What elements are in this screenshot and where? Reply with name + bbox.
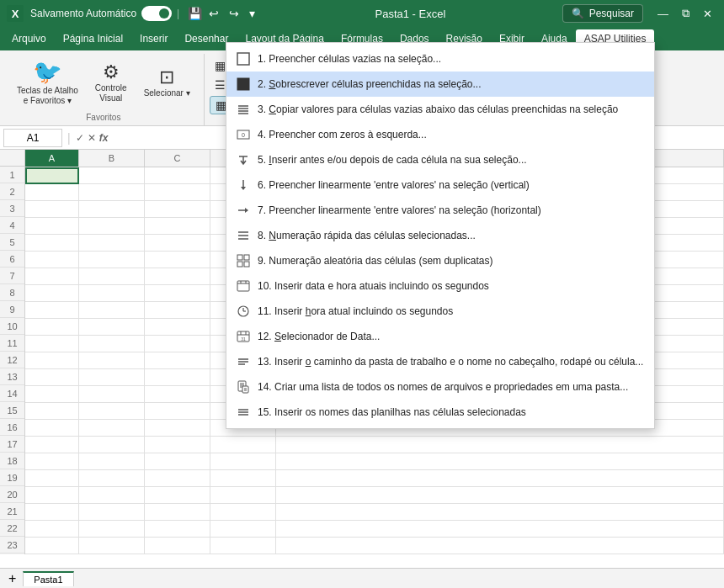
cell-c17[interactable] <box>145 437 210 453</box>
cell-b14[interactable] <box>79 386 145 403</box>
cell-b23[interactable] <box>79 538 145 554</box>
cell-a22[interactable] <box>25 521 79 538</box>
cell-c19[interactable] <box>145 470 210 487</box>
cell-c16[interactable] <box>145 420 210 437</box>
cell-a3[interactable] <box>25 201 79 218</box>
dropdown-item-1[interactable]: 1. Preencher células vazias na seleção..… <box>226 46 654 72</box>
dropdown-item-13[interactable]: 13. Inserir o caminho da pasta de trabal… <box>226 349 654 374</box>
cell-c13[interactable] <box>145 369 210 386</box>
cell-d17[interactable] <box>210 437 276 453</box>
dropdown-item-6[interactable]: 6. Preencher linearmente 'entre valores'… <box>226 172 654 198</box>
cell-rest-19[interactable] <box>276 470 724 487</box>
cell-c10[interactable] <box>145 319 210 336</box>
dropdown-item-10[interactable]: 10. Inserir data e hora atuais incluindo… <box>226 273 654 299</box>
cell-b2[interactable] <box>79 184 145 201</box>
dropdown-item-11[interactable]: 11. Inserir hora atual incluindo os segu… <box>226 299 654 324</box>
cell-c11[interactable] <box>145 336 210 352</box>
cell-rest-23[interactable] <box>276 538 724 554</box>
cell-a6[interactable] <box>25 252 79 268</box>
cell-c14[interactable] <box>145 386 210 403</box>
formula-check-icon[interactable]: ✓ <box>76 132 84 144</box>
menu-pagina-inicial[interactable]: Página Inicial <box>55 29 131 48</box>
dropdown-item-4[interactable]: 0 4. Preencher com zeros à esquerda... <box>226 122 654 147</box>
cell-b8[interactable] <box>79 285 145 302</box>
save-button[interactable]: 💾 <box>184 5 205 22</box>
dropdown-item-14[interactable]: 14. Criar uma lista de todos os nomes de… <box>226 374 654 400</box>
cell-c6[interactable] <box>145 252 210 268</box>
menu-inserir[interactable]: Inserir <box>131 29 176 48</box>
cell-c9[interactable] <box>145 302 210 319</box>
menu-arquivo[interactable]: Arquivo <box>3 29 55 48</box>
undo-button[interactable]: ↩ <box>205 5 222 22</box>
restore-button[interactable]: ⧉ <box>677 5 695 22</box>
cell-rest-18[interactable] <box>276 453 724 470</box>
cell-b7[interactable] <box>79 268 145 285</box>
cell-d19[interactable] <box>210 470 276 487</box>
cell-b17[interactable] <box>79 437 145 453</box>
new-sheet-button[interactable]: + <box>3 571 21 586</box>
dropdown-item-15[interactable]: 15. Inserir os nomes das planilhas nas c… <box>226 400 654 425</box>
cell-a10[interactable] <box>25 319 79 336</box>
cell-a4[interactable] <box>25 218 79 235</box>
cell-a20[interactable] <box>25 487 79 504</box>
cell-a14[interactable] <box>25 386 79 403</box>
cell-d22[interactable] <box>210 521 276 538</box>
cell-b18[interactable] <box>79 453 145 470</box>
cell-a2[interactable] <box>25 184 79 201</box>
cell-c21[interactable] <box>145 504 210 521</box>
ribbon-btn-teclas-atalho[interactable]: 🐦 Teclas de Atalhoe Favoritos ▾ <box>10 57 85 109</box>
dropdown-item-2[interactable]: 2. Sobrescrever células preenchidas na s… <box>226 72 654 97</box>
cell-d18[interactable] <box>210 453 276 470</box>
cell-rest-17[interactable] <box>276 437 724 453</box>
cell-a21[interactable] <box>25 504 79 521</box>
cell-a19[interactable] <box>25 470 79 487</box>
ribbon-btn-selecionar[interactable]: ⊡ Selecionar ▾ <box>137 65 197 102</box>
cell-rest-22[interactable] <box>276 521 724 538</box>
cell-a16[interactable] <box>25 420 79 437</box>
cell-b10[interactable] <box>79 319 145 336</box>
cell-c1[interactable] <box>145 167 210 184</box>
cell-c2[interactable] <box>145 184 210 201</box>
cell-b4[interactable] <box>79 218 145 235</box>
cell-c3[interactable] <box>145 201 210 218</box>
sheet-tab-pasta1[interactable]: Pasta1 <box>23 571 73 586</box>
cell-reference[interactable]: A1 <box>3 129 62 147</box>
cell-b11[interactable] <box>79 336 145 352</box>
dropdown-item-12[interactable]: 31 12. Selecionador de Data... <box>226 324 654 349</box>
formula-cancel-icon[interactable]: ✕ <box>88 132 96 144</box>
cell-b16[interactable] <box>79 420 145 437</box>
cell-a1[interactable] <box>25 167 79 184</box>
cell-rest-21[interactable] <box>276 504 724 521</box>
redo-button[interactable]: ↪ <box>226 5 242 22</box>
cell-c22[interactable] <box>145 521 210 538</box>
cell-d23[interactable] <box>210 538 276 554</box>
dropdown-item-7[interactable]: 7. Preencher linearmente 'entre valores'… <box>226 198 654 223</box>
cell-c7[interactable] <box>145 268 210 285</box>
cell-a12[interactable] <box>25 352 79 369</box>
cell-b6[interactable] <box>79 252 145 268</box>
cell-a5[interactable] <box>25 235 79 252</box>
cell-b20[interactable] <box>79 487 145 504</box>
cell-c8[interactable] <box>145 285 210 302</box>
cell-b22[interactable] <box>79 521 145 538</box>
cell-a11[interactable] <box>25 336 79 352</box>
cell-b19[interactable] <box>79 470 145 487</box>
cell-b9[interactable] <box>79 302 145 319</box>
cell-c23[interactable] <box>145 538 210 554</box>
cell-d20[interactable] <box>210 487 276 504</box>
cell-a15[interactable] <box>25 403 79 420</box>
search-box[interactable]: 🔍 Pesquisar <box>562 4 643 23</box>
dropdown-item-5[interactable]: 5. Inserir antes e/ou depois de cada cél… <box>226 147 654 172</box>
cell-a13[interactable] <box>25 369 79 386</box>
cell-a18[interactable] <box>25 453 79 470</box>
cell-a17[interactable] <box>25 437 79 453</box>
minimize-button[interactable]: — <box>652 5 673 22</box>
dropdown-item-9[interactable]: 9. Numeração aleatória das células (sem … <box>226 248 654 273</box>
cell-a9[interactable] <box>25 302 79 319</box>
cell-b12[interactable] <box>79 352 145 369</box>
ribbon-btn-controle-visual[interactable]: ⚙ ControleVisual <box>88 60 134 107</box>
cell-c15[interactable] <box>145 403 210 420</box>
cell-c5[interactable] <box>145 235 210 252</box>
cell-b3[interactable] <box>79 201 145 218</box>
cell-d21[interactable] <box>210 504 276 521</box>
